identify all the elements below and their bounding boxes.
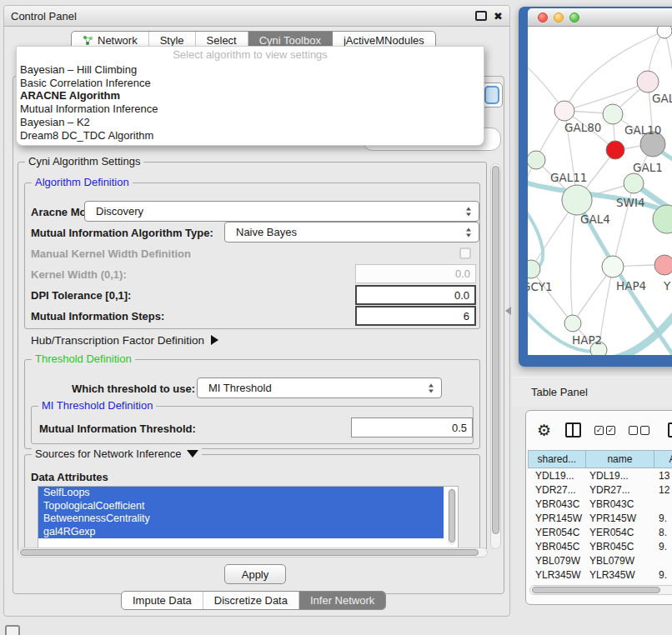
column-header-2[interactable]: name (586, 450, 655, 468)
bottom-tab-discretize-data[interactable]: Discretize Data (203, 592, 299, 609)
expanded-arrow-icon[interactable] (187, 450, 198, 458)
network-node[interactable] (564, 315, 581, 332)
table-row[interactable]: YER054CYER054C8. (528, 525, 672, 539)
network-node[interactable] (528, 260, 540, 278)
apply-button[interactable]: Apply (224, 564, 286, 584)
scrollbar-thumb[interactable] (532, 587, 660, 593)
algorithm-option[interactable]: Dream8 DC_TDC Algorithm (20, 129, 484, 142)
combobox-stepper-icon (466, 207, 471, 216)
table-cell: 12 (655, 484, 669, 496)
float-window-icon[interactable] (475, 11, 487, 21)
mi-steps-field[interactable]: 6 (355, 306, 476, 326)
scrollbar-thumb[interactable] (492, 166, 499, 534)
mi-type-combobox[interactable]: Naive Bayes (224, 222, 479, 242)
algorithm-definition-title: Algorithm Definition (32, 176, 133, 188)
manual-kernel-checkbox[interactable] (459, 248, 471, 259)
column-header-1[interactable]: shared... (528, 450, 586, 468)
network-node[interactable] (637, 71, 659, 92)
table-cell: 9. (655, 541, 667, 552)
algorithm-option[interactable]: Mutual Information Inference (20, 102, 484, 116)
mi-steps-value: 6 (464, 310, 469, 322)
combobox-arrow-button[interactable] (484, 86, 499, 104)
table-row[interactable]: YDR27...YDR27...12 (528, 482, 672, 497)
column-header-3[interactable]: A (654, 450, 672, 468)
table-cell: YDR27... (586, 484, 655, 496)
bottom-tab-infer-network[interactable]: Infer Network (299, 592, 385, 609)
attribute-item[interactable]: gal4RGexp (38, 526, 444, 539)
table-horizontal-scrollbar[interactable] (529, 585, 672, 595)
network-canvas[interactable]: GALGAL80GAL10GAL1GAL11SWI4GAL4GCY1HAP4YH… (528, 27, 672, 355)
attribute-item[interactable]: SelfLoops (38, 487, 444, 500)
network-node[interactable] (657, 27, 672, 38)
gear-icon[interactable]: ⚙ (537, 422, 551, 438)
network-node[interactable] (562, 185, 592, 215)
checked-box-icon: ✓ (606, 426, 615, 435)
table-row[interactable]: YLR345WYLR345W9. (528, 568, 672, 582)
network-graph[interactable]: GALGAL80GAL10GAL1GAL11SWI4GAL4GCY1HAP4YH… (528, 27, 672, 355)
zoom-traffic-light-icon[interactable] (569, 12, 579, 22)
deselect-all-columns-icon[interactable] (629, 426, 649, 435)
table-row[interactable]: YIL052CYIL052C9. (528, 582, 672, 584)
minimized-window-icon[interactable] (5, 625, 20, 635)
which-threshold-label: Which threshold to use: (72, 382, 195, 395)
node-label: GAL4 (580, 212, 610, 226)
cyni-bottom-tabbar: Impute DataDiscretize DataInfer Network (121, 591, 386, 610)
network-node[interactable] (606, 141, 624, 159)
close-traffic-light-icon[interactable] (538, 12, 548, 22)
minimize-traffic-light-icon[interactable] (554, 12, 564, 22)
algorithm-option[interactable]: Bayesian – Hill Climbing (20, 63, 484, 77)
hub-definition-toggle[interactable]: Hub/Transcription Factor Definition (31, 334, 218, 347)
kernel-width-field[interactable]: 0.0 (355, 264, 476, 283)
algorithm-option[interactable]: Basic Correlation Inference (20, 77, 484, 90)
node-label: GAL10 (624, 123, 661, 137)
network-node[interactable] (528, 151, 545, 169)
manual-kernel-label: Manual Kernel Width Definition (31, 248, 191, 260)
aracne-mode-combobox[interactable]: Discovery (84, 201, 479, 222)
table-cell: YDR27... (528, 484, 586, 496)
network-node[interactable] (654, 255, 672, 275)
attribute-item[interactable]: TopologicalCoefficient (38, 500, 444, 513)
tab-label: Infer Network (310, 594, 374, 607)
network-window-titlebar (528, 8, 672, 27)
node-label: GAL1 (633, 161, 663, 174)
bottom-tab-impute-data[interactable]: Impute Data (122, 592, 203, 609)
new-table-icon[interactable] (668, 422, 672, 438)
mi-threshold-field[interactable]: 0.5 (351, 418, 473, 438)
network-node[interactable] (624, 173, 644, 193)
splitter-handle[interactable] (505, 307, 511, 315)
node-label: Y (663, 279, 671, 292)
dpi-tolerance-field[interactable]: 0.0 (355, 285, 476, 305)
network-edge (664, 31, 672, 127)
settings-vertical-scrollbar[interactable] (490, 163, 501, 549)
which-threshold-combobox[interactable]: MI Threshold (197, 378, 442, 398)
algorithm-option[interactable]: Bayesian – K2 (20, 116, 484, 129)
algorithm-option[interactable]: ARACNE Algorithm (20, 89, 484, 102)
threshold-definition-title: Threshold Definition (32, 352, 135, 365)
attributes-scrollbar[interactable] (448, 488, 456, 545)
network-node[interactable] (602, 256, 624, 278)
attribute-item[interactable]: BetweennessCentrality (38, 512, 444, 526)
data-attributes-list[interactable]: SelfLoopsTopologicalCoefficientBetweenne… (38, 486, 459, 549)
split-columns-icon[interactable] (565, 422, 581, 438)
table-row[interactable]: YBR043CYBR043C (528, 497, 672, 511)
table-cell: YBR045C (528, 541, 586, 552)
scrollbar-thumb[interactable] (20, 549, 479, 556)
table-cell: 9. (655, 512, 667, 524)
table-cell: YER054C (586, 527, 655, 538)
scrollbar-thumb[interactable] (449, 489, 455, 542)
select-all-columns-icon[interactable]: ✓ ✓ (594, 426, 615, 435)
table-row[interactable]: YBL079WYBL079W (528, 553, 672, 568)
table-cell: YDL19... (528, 470, 586, 482)
table-row[interactable]: YDL19...YDL19...13 (528, 468, 672, 482)
tab-label: Cyni Toolbox (259, 34, 321, 47)
table-cell: YBR043C (586, 498, 655, 510)
table-cell: 9. (655, 569, 667, 581)
table-cell: YBL079W (528, 555, 586, 567)
network-node[interactable] (554, 101, 574, 121)
network-node[interactable] (603, 104, 623, 124)
table-row[interactable]: YBR045CYBR045C9. (528, 539, 672, 553)
settings-horizontal-scrollbar[interactable] (18, 548, 488, 558)
table-row[interactable]: YPR145WYPR145W9. (528, 511, 672, 525)
table-panel-title: Table Panel (531, 386, 588, 398)
close-icon[interactable]: ✖ (494, 11, 503, 22)
